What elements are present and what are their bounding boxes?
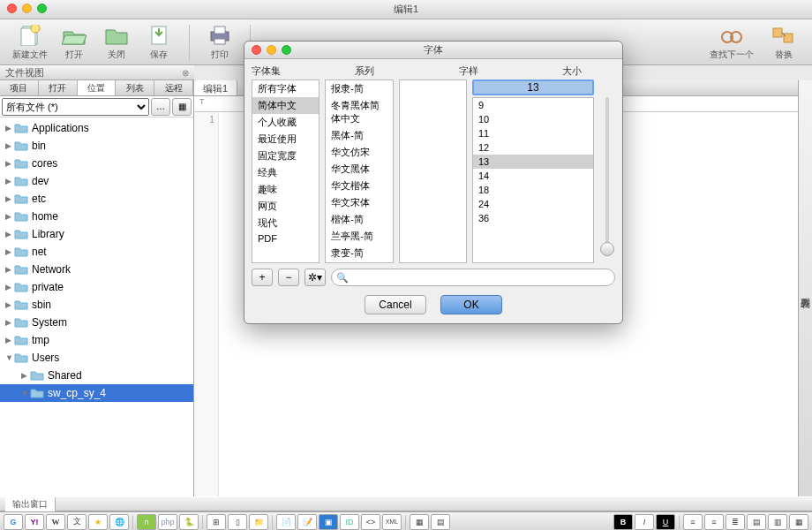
disclosure-icon[interactable]: ▼ [5,353,14,362]
doc2-icon[interactable]: 📝 [297,514,317,530]
google-icon[interactable]: G [4,514,23,530]
list-item[interactable]: 简体中文 [252,97,319,114]
list-item[interactable]: 华文宋体 [326,194,392,211]
list-item[interactable]: 24 [473,197,593,211]
list-item[interactable]: 报隶-简 [326,80,392,97]
tree-item[interactable]: ▶Library [0,225,193,243]
list-item[interactable]: 经典 [252,164,319,181]
remove-collection-button[interactable]: − [278,269,299,286]
disclosure-icon[interactable]: ▶ [5,177,14,186]
size-input[interactable] [472,80,594,95]
print-button[interactable]: 打印 [199,21,241,63]
list-item[interactable]: 隶变-简 [326,245,392,261]
close-icon[interactable] [7,4,17,13]
list-item[interactable]: 楷体-简 [326,211,392,228]
fmt2-icon[interactable]: ≡ [704,514,724,530]
list-item[interactable]: 华文楷体 [326,178,392,194]
disclosure-icon[interactable]: ▶ [5,141,14,150]
list-item[interactable]: 10 [473,112,593,126]
add-collection-button[interactable]: + [252,269,273,286]
disclosure-icon[interactable]: ▼ [21,389,30,398]
list-item[interactable]: 兰亭黑-简 [326,228,392,245]
filter-more-button[interactable]: … [151,98,170,116]
tree-item[interactable]: ▶Network [0,261,193,278]
php-icon[interactable]: php [158,514,177,530]
ok-button[interactable]: OK [440,295,502,314]
style-list[interactable] [399,80,467,263]
translate-icon[interactable]: 文 [67,514,86,530]
tree-item[interactable]: ▶bin [0,137,193,155]
fmt1-icon[interactable]: ≡ [683,514,703,530]
disclosure-icon[interactable]: ▶ [21,371,30,380]
tag-icon[interactable]: <> [361,514,380,530]
list-item[interactable]: 翩翩体-简 [326,261,392,263]
id-icon[interactable]: ID [340,514,359,530]
underline-button[interactable]: U [656,514,675,530]
tree-item[interactable]: ▶home [0,208,193,225]
tree-item[interactable]: ▶Shared [0,367,193,384]
dialog-zoom-icon[interactable] [282,45,291,55]
tree-item[interactable]: ▶tmp [0,331,193,349]
sidebar-tab-4[interactable]: 远程 [154,80,193,95]
disclosure-icon[interactable]: ▶ [5,247,14,256]
save-button[interactable]: 保存 [138,21,180,63]
disclosure-icon[interactable]: ▶ [5,124,14,132]
list-item[interactable]: 所有字体 [252,80,319,97]
grid2-icon[interactable]: ▤ [431,514,450,530]
tree-item[interactable]: ▶private [0,278,193,296]
globe-icon[interactable]: 🌐 [109,514,129,530]
tree-item[interactable]: ▶sbin [0,296,193,314]
disclosure-icon[interactable]: ▶ [5,230,14,238]
fmt4-icon[interactable]: ▤ [747,514,766,530]
disclosure-icon[interactable]: ▶ [5,283,14,292]
family-list[interactable]: 报隶-简冬青黑体简体中文黑体-简华文仿宋华文黑体华文楷体华文宋体楷体-简兰亭黑-… [325,80,393,263]
dialog-min-icon[interactable] [267,45,276,55]
list-item[interactable]: 趣味 [252,181,319,198]
tree-item[interactable]: ▼sw_cp_sy_4 [0,384,193,402]
python-icon[interactable]: 🐍 [179,514,199,530]
fmt6-icon[interactable]: ▦ [789,514,808,530]
open-button[interactable]: 打开 [53,21,95,63]
list-item[interactable]: 网页 [252,198,319,215]
grid-toggle-button[interactable]: ▦ [172,98,192,116]
collection-list[interactable]: 所有字体简体中文个人收藏最近使用固定宽度经典趣味网页现代PDF [252,80,320,263]
disclosure-icon[interactable]: ▶ [5,265,14,274]
list-item[interactable]: 9 [473,98,593,112]
file-filter-select[interactable]: 所有文件 (*) [2,98,149,116]
list-item[interactable]: 固定宽度 [252,148,319,164]
disclosure-icon[interactable]: ▶ [5,159,14,168]
folder-icon[interactable]: 📁 [249,514,268,530]
xml-icon[interactable]: XML [382,514,402,530]
tree-item[interactable]: ▶dev [0,172,193,190]
list-item[interactable]: 个人收藏 [252,114,319,131]
cancel-button[interactable]: Cancel [365,295,426,314]
star-icon[interactable]: ★ [88,514,108,530]
disclosure-icon[interactable]: ▶ [5,336,14,344]
action-menu-button[interactable]: ✲▾ [304,269,326,286]
yahoo-icon[interactable]: Y! [25,514,44,530]
panel-close-icon[interactable]: ⊗ [182,68,189,78]
list-item[interactable]: 冬青黑体简体中文 [326,97,392,127]
close-button[interactable]: 关闭 [95,21,138,63]
output-tab[interactable]: 输出窗口 [5,497,56,511]
tree-item[interactable]: ▶etc [0,190,193,208]
disclosure-icon[interactable]: ▶ [5,300,14,309]
disclosure-icon[interactable]: ▶ [5,318,14,327]
sidebar-tab-3[interactable]: 列表 [116,80,154,95]
sidebar-tab-0[interactable]: 项目 [0,80,39,95]
disclosure-icon[interactable]: ▶ [5,212,14,221]
size-slider[interactable] [599,80,615,263]
font-search[interactable]: 🔍 [331,269,615,286]
find-next-button[interactable]: 查找下一个 [704,21,759,63]
editor-tab[interactable]: 编辑1 [194,80,237,95]
fmt5-icon[interactable]: ▥ [768,514,787,530]
sidebar-tab-2[interactable]: 位置 [78,80,117,95]
tree-item[interactable]: ▶Applications [0,119,193,137]
dialog-close-icon[interactable] [252,45,261,55]
terminal-icon[interactable]: ▯ [228,514,247,530]
file-tree[interactable]: ▶Applications▶bin▶cores▶dev▶etc▶home▶Lib… [0,117,193,496]
list-item[interactable]: 13 [473,155,593,169]
tree-item[interactable]: ▶cores [0,155,193,172]
grid1-icon[interactable]: ▦ [410,514,429,530]
list-item[interactable]: 现代 [252,215,319,231]
